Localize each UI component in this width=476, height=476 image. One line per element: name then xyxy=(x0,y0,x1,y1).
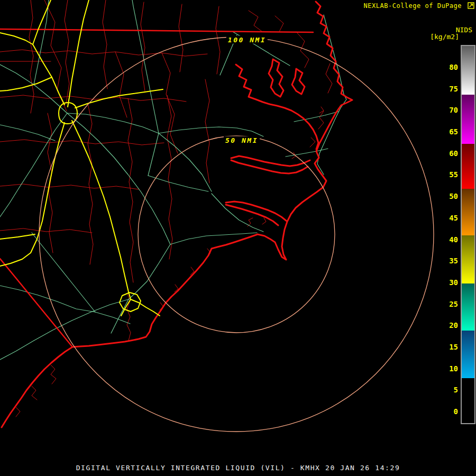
roads-path xyxy=(32,233,95,312)
state-borders-path xyxy=(0,259,72,347)
interstates-path xyxy=(0,234,35,239)
colorbar-tick-label: 55 xyxy=(442,170,458,179)
roads-path xyxy=(0,125,55,141)
colorbar-tick-label: 70 xyxy=(442,106,458,114)
colorbar-tick-label: 50 xyxy=(442,192,458,200)
county-boundaries-path xyxy=(249,11,262,32)
county-boundaries-path xyxy=(275,16,283,32)
colorbar-tick-label: 30 xyxy=(442,278,458,287)
colorbar-tick-label: 65 xyxy=(442,127,458,136)
product-caption: DIGITAL VERTICALLY INTEGRATED LIQUID (VI… xyxy=(0,464,476,472)
colorbar xyxy=(461,45,475,424)
radar-map-canvas xyxy=(0,0,476,476)
roads-path xyxy=(159,133,212,191)
roads-path xyxy=(148,176,208,191)
county-boundaries-path xyxy=(0,50,207,56)
colorbar-tick-label: 35 xyxy=(442,257,458,265)
roads-path xyxy=(0,299,129,360)
roads-path xyxy=(34,0,49,85)
county-boundaries-path xyxy=(48,113,53,253)
coastline-path xyxy=(269,59,283,97)
colorbar-tick-label: 60 xyxy=(442,149,458,158)
state-borders-path xyxy=(0,29,313,32)
county-boundaries-path xyxy=(179,4,183,72)
interstates-path xyxy=(72,121,131,299)
roads-path xyxy=(67,113,159,133)
county-boundaries-path xyxy=(326,63,332,93)
coastline-path xyxy=(226,202,287,221)
roads-path xyxy=(0,286,95,312)
interstates-path xyxy=(68,0,89,107)
roads-path xyxy=(0,113,67,217)
colorbar-units: [kg/m2] xyxy=(430,33,459,41)
roads-path xyxy=(132,0,159,133)
county-boundaries-path xyxy=(44,0,67,111)
colorbar-tick-label: 0 xyxy=(442,407,458,416)
county-boundaries-path xyxy=(88,104,93,264)
colorbar-tick-label: 45 xyxy=(442,214,458,222)
interstates-path xyxy=(0,123,65,266)
coastline-path xyxy=(292,69,305,94)
interstates-path xyxy=(131,299,160,316)
radar-display: 100 NMI 50 NMI NEXLAB-College of DuPage … xyxy=(0,0,476,476)
county-boundaries-path xyxy=(248,107,324,226)
county-boundaries-path xyxy=(167,95,172,259)
county-boundaries-path xyxy=(115,52,127,117)
county-boundaries-path xyxy=(162,53,178,153)
colorbar-tick-label: 25 xyxy=(442,300,458,308)
interstates-path xyxy=(0,33,33,44)
county-boundaries-path xyxy=(0,228,92,233)
coastline-path xyxy=(2,2,352,427)
coastline-path xyxy=(226,205,278,225)
county-boundaries-path xyxy=(128,98,133,282)
colorbar-tick-label: 75 xyxy=(442,85,458,93)
colorbar-tick-label: 20 xyxy=(442,321,458,329)
colorbar-tick-label: 40 xyxy=(442,235,458,244)
roads-path xyxy=(95,312,130,324)
county-boundaries-path xyxy=(216,6,220,74)
colorbar-tick-label: 10 xyxy=(442,364,458,373)
county-boundaries-path xyxy=(16,365,56,417)
range-ring-label-100nmi: 100 NMI xyxy=(226,36,268,44)
roads-path xyxy=(159,127,263,136)
range-ring-label-50nmi: 50 NMI xyxy=(224,136,260,144)
county-boundaries-path xyxy=(205,79,209,183)
colorbar-tick-label: 5 xyxy=(442,386,458,394)
county-boundaries-path xyxy=(103,0,107,89)
county-boundaries-path xyxy=(65,0,69,104)
roads-path xyxy=(148,133,159,176)
roads-path xyxy=(111,299,129,333)
roads-path xyxy=(286,149,328,157)
colorbar-tick-label: 15 xyxy=(442,343,458,351)
corner-mark-icon xyxy=(468,2,474,9)
colorbar-tick-label: 80 xyxy=(442,63,458,71)
roads-path xyxy=(129,244,170,299)
brand-text: NEXLAB-College of DuPage xyxy=(364,2,462,10)
